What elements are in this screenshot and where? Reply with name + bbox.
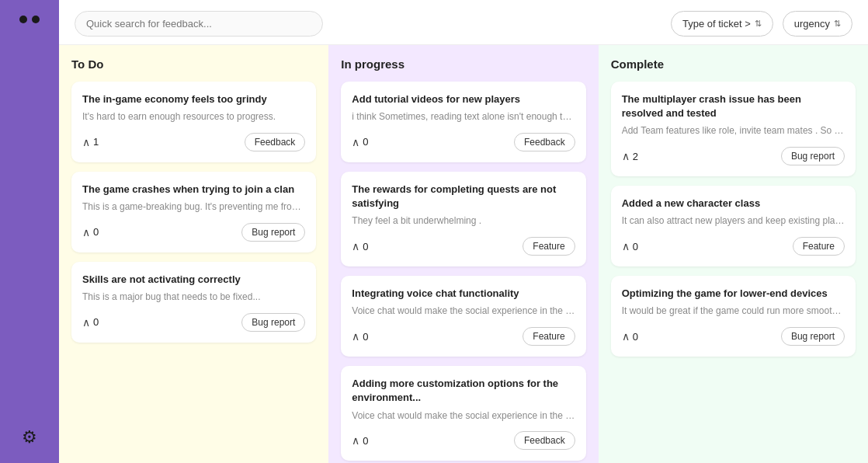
card-tag[interactable]: Feedback [514, 133, 575, 151]
card-description: Add Team features like role, invite team… [622, 124, 845, 138]
vote-count: 0 [633, 331, 638, 343]
card-tag[interactable]: Feedback [514, 431, 575, 450]
column-header-inprogress: In progress [341, 57, 585, 71]
table-row[interactable]: The game crashes when trying to join a c… [71, 172, 316, 252]
vote-section: ∧0 [622, 330, 638, 343]
card-tag[interactable]: Bug report [241, 313, 305, 332]
upvote-icon[interactable]: ∧ [82, 316, 90, 329]
card-footer: ∧0Feature [622, 237, 845, 256]
card-tag[interactable]: Feature [523, 327, 575, 346]
urgency-filter[interactable]: urgency ⇅ [783, 11, 852, 37]
dot-2 [32, 16, 40, 23]
card-title: Add tutorial videos for new players [352, 92, 575, 106]
vote-section: ∧0 [82, 316, 99, 329]
vote-count: 2 [633, 151, 638, 162]
upvote-icon[interactable]: ∧ [622, 330, 630, 343]
vote-section: ∧0 [82, 226, 99, 238]
vote-count: 0 [93, 226, 99, 238]
card-tag[interactable]: Bug report [781, 327, 845, 346]
chevron-down-icon: ⇅ [755, 19, 762, 29]
card-title: Optimizing the game for lower-end device… [622, 287, 845, 301]
type-of-ticket-label: Type of ticket > [682, 18, 751, 30]
upvote-icon[interactable]: ∧ [352, 434, 359, 447]
upvote-icon[interactable]: ∧ [352, 136, 359, 148]
card-description: It would be great if the game could run … [622, 305, 845, 318]
upvote-icon[interactable]: ∧ [352, 240, 359, 252]
card-footer: ∧2Bug report [622, 147, 845, 165]
upvote-icon[interactable]: ∧ [352, 330, 359, 343]
vote-count: 0 [363, 435, 368, 447]
column-header-todo: To Do [71, 57, 316, 71]
card-description: Voice chat would make the social experie… [352, 305, 575, 318]
card-title: Skills are not activating correctly [82, 273, 305, 287]
card-footer: ∧0Bug report [622, 327, 845, 346]
column-complete: CompleteThe multiplayer crash issue has … [599, 45, 868, 463]
settings-icon[interactable]: ⚙ [22, 427, 37, 447]
card-footer: ∧0Feature [352, 327, 575, 346]
card-tag[interactable]: Bug report [781, 147, 845, 165]
table-row[interactable]: The in-game economy feels too grindyIt's… [71, 82, 316, 162]
topbar: Type of ticket > ⇅ urgency ⇅ [59, 0, 868, 45]
card-tag[interactable]: Feedback [245, 133, 306, 151]
column-todo: To DoThe in-game economy feels too grind… [59, 45, 328, 463]
vote-count: 0 [363, 136, 368, 148]
card-footer: ∧0Feedback [352, 133, 575, 151]
urgency-label: urgency [794, 18, 830, 30]
card-title: Added a new character class [622, 197, 845, 211]
vote-section: ∧0 [352, 330, 368, 343]
vote-section: ∧0 [352, 434, 368, 447]
vote-count: 0 [363, 241, 368, 252]
card-footer: ∧0Feedback [352, 431, 575, 450]
column-header-complete: Complete [611, 57, 856, 71]
card-description: This is a game-breaking bug. It's preven… [82, 200, 305, 214]
vote-count: 0 [93, 316, 99, 328]
card-footer: ∧0Bug report [82, 223, 305, 242]
search-input[interactable] [75, 11, 323, 37]
table-row[interactable]: Add tutorial videos for new playersi thi… [341, 82, 585, 162]
main-content: Type of ticket > ⇅ urgency ⇅ To DoThe in… [59, 0, 868, 463]
vote-section: ∧0 [622, 240, 638, 252]
upvote-icon[interactable]: ∧ [622, 240, 630, 252]
vote-count: 0 [633, 241, 638, 252]
card-footer: ∧1Feedback [82, 133, 305, 151]
card-description: Voice chat would make the social experie… [352, 409, 575, 423]
table-row[interactable]: Added a new character classIt can also a… [611, 186, 856, 266]
card-title: Integrating voice chat functionality [352, 287, 575, 301]
table-row[interactable]: Optimizing the game for lower-end device… [611, 276, 856, 357]
card-description: This is a major bug that needs to be fix… [82, 291, 305, 304]
card-tag[interactable]: Feature [523, 237, 575, 256]
vote-section: ∧2 [622, 150, 638, 162]
card-description: i think Sometimes, reading text alone is… [352, 110, 575, 124]
dot-1 [19, 16, 27, 23]
table-row[interactable]: Skills are not activating correctlyThis … [71, 262, 316, 343]
card-footer: ∧0Bug report [82, 313, 305, 332]
vote-count: 1 [93, 136, 99, 148]
vote-section: ∧0 [352, 240, 368, 252]
table-row[interactable]: The multiplayer crash issue has been res… [611, 82, 856, 176]
upvote-icon[interactable]: ∧ [622, 150, 630, 162]
card-title: The multiplayer crash issue has been res… [622, 92, 845, 120]
upvote-icon[interactable]: ∧ [82, 226, 90, 238]
card-tag[interactable]: Bug report [241, 223, 305, 242]
vote-count: 0 [363, 331, 368, 343]
kanban-board: To DoThe in-game economy feels too grind… [59, 45, 868, 463]
card-title: Adding more customization options for th… [352, 377, 575, 405]
sidebar: ⚙ [0, 0, 59, 463]
card-title: The rewards for completing quests are no… [352, 183, 575, 211]
table-row[interactable]: The rewards for completing quests are no… [341, 172, 585, 266]
sidebar-logo [19, 16, 40, 23]
table-row[interactable]: Integrating voice chat functionalityVoic… [341, 276, 585, 357]
vote-section: ∧1 [82, 136, 99, 148]
card-description: It can also attract new players and keep… [622, 214, 845, 228]
type-of-ticket-filter[interactable]: Type of ticket > ⇅ [671, 11, 773, 37]
chevron-down-icon-2: ⇅ [834, 19, 841, 29]
table-row[interactable]: Adding more customization options for th… [341, 366, 585, 461]
card-description: They feel a bit underwhelming . [352, 214, 575, 228]
card-tag[interactable]: Feature [793, 237, 845, 256]
card-description: It's hard to earn enough resources to pr… [82, 110, 305, 124]
card-title: The in-game economy feels too grindy [82, 92, 305, 106]
column-inprogress: In progressAdd tutorial videos for new p… [328, 45, 598, 463]
upvote-icon[interactable]: ∧ [82, 136, 90, 148]
card-footer: ∧0Feature [352, 237, 575, 256]
vote-section: ∧0 [352, 136, 368, 148]
